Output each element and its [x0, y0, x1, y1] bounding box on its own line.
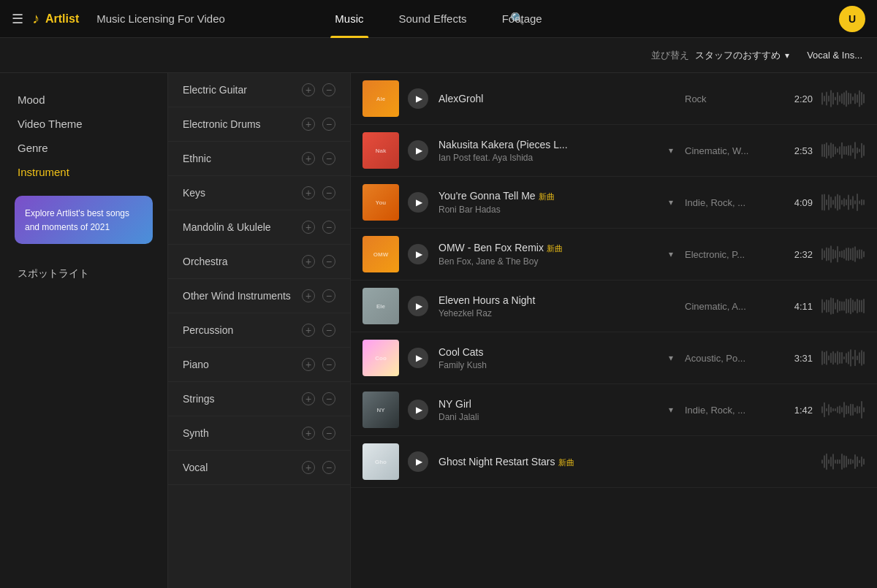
instrument-item[interactable]: Piano + −: [168, 348, 350, 382]
track-item[interactable]: Nak ▶ Nakusita Kakera (Pieces L... Ian P…: [351, 125, 877, 177]
track-info: AlexGrohl: [438, 93, 656, 104]
track-play-button[interactable]: ▶: [408, 400, 428, 420]
instrument-item[interactable]: Mandolin & Ukulele + −: [168, 210, 350, 245]
instrument-item[interactable]: Percussion + −: [168, 313, 350, 348]
track-item[interactable]: You ▶ You're Gonna Tell Me新曲 Roni Bar Ha…: [351, 177, 877, 229]
track-thumbnail: You: [362, 184, 399, 221]
instrument-item[interactable]: Orchestra + −: [168, 245, 350, 279]
track-expand-btn[interactable]: ▾: [669, 145, 673, 156]
track-info: Ghost Night Restart Stars新曲: [438, 456, 656, 468]
track-item[interactable]: Coo ▶ Cool Cats Family Kush ▾ Acoustic, …: [351, 332, 877, 384]
track-item[interactable]: NY ▶ NY Girl Dani Jalali ▾ Indie, Rock, …: [351, 384, 877, 436]
instrument-add-btn[interactable]: +: [302, 186, 315, 199]
instrument-add-btn[interactable]: +: [302, 461, 315, 474]
instrument-add-btn[interactable]: +: [302, 324, 315, 337]
instrument-add-btn[interactable]: +: [302, 358, 315, 371]
svg-rect-139: [863, 407, 865, 412]
sidebar-item-video-theme[interactable]: Video Theme: [18, 112, 150, 136]
track-play-button[interactable]: ▶: [408, 192, 428, 213]
instrument-remove-btn[interactable]: −: [322, 255, 335, 268]
svg-rect-117: [859, 352, 860, 363]
instrument-remove-btn[interactable]: −: [322, 289, 335, 302]
track-expand-btn[interactable]: ▾: [669, 405, 673, 415]
svg-rect-89: [841, 301, 843, 310]
instrument-add-btn[interactable]: +: [302, 289, 315, 302]
instrument-remove-btn[interactable]: −: [322, 461, 335, 474]
svg-rect-54: [852, 196, 854, 209]
track-expand-btn[interactable]: ▾: [669, 353, 673, 363]
instrument-item[interactable]: Other Wind Instruments + −: [168, 279, 350, 313]
instrument-remove-btn[interactable]: −: [322, 392, 335, 405]
instrument-item[interactable]: Synth + −: [168, 416, 350, 451]
svg-rect-110: [843, 356, 845, 359]
track-expand-btn[interactable]: ▾: [669, 249, 673, 259]
instrument-remove-btn[interactable]: −: [322, 152, 335, 165]
svg-rect-90: [843, 301, 845, 310]
nav-sound-effects[interactable]: Sound Effects: [381, 0, 485, 38]
track-artist: Roni Bar Hadas: [438, 205, 657, 215]
track-waveform: [821, 243, 865, 265]
instrument-item[interactable]: Ethnic + −: [168, 142, 350, 176]
nav-footage[interactable]: Footage: [485, 0, 560, 38]
svg-rect-159: [863, 459, 865, 465]
instrument-actions: + −: [302, 392, 335, 405]
track-thumbnail: Gho: [362, 443, 399, 480]
user-avatar-button[interactable]: U: [839, 6, 865, 32]
track-item[interactable]: Gho ▶ Ghost Night Restart Stars新曲: [351, 436, 877, 488]
instrument-remove-btn[interactable]: −: [322, 221, 335, 234]
track-play-button[interactable]: ▶: [408, 348, 428, 368]
instrument-item[interactable]: Electric Guitar + −: [168, 73, 350, 107]
instrument-item[interactable]: Vocal + −: [168, 451, 350, 485]
instrument-add-btn[interactable]: +: [302, 118, 315, 131]
instrument-add-btn[interactable]: +: [302, 255, 315, 268]
promo-banner[interactable]: Explore Artlist's best songs and moments…: [15, 196, 153, 244]
svg-rect-108: [839, 352, 840, 364]
track-item[interactable]: Ele ▶ Eleven Hours a Night Yehezkel Raz …: [351, 280, 877, 332]
track-item[interactable]: Ale ▶ AlexGrohl Rock 2:20: [351, 73, 877, 125]
svg-rect-26: [835, 146, 836, 154]
track-title: NY Girl: [438, 398, 657, 410]
play-icon: ▶: [416, 301, 422, 311]
track-expand-btn[interactable]: ▾: [669, 197, 673, 207]
instrument-actions: + −: [302, 324, 335, 337]
svg-rect-95: [854, 302, 856, 311]
filter-label[interactable]: Vocal & Ins...: [807, 50, 862, 61]
svg-rect-106: [835, 353, 836, 362]
instrument-add-btn[interactable]: +: [302, 427, 315, 440]
sub-header: 並び替え スタッフのおすすめ ▾ Vocal & Ins...: [0, 38, 877, 73]
track-item[interactable]: OMW ▶ OMW - Ben Fox Remix新曲 Ben Fox, Jan…: [351, 229, 877, 280]
sort-value[interactable]: スタッフのおすすめ: [695, 49, 781, 62]
instrument-remove-btn[interactable]: −: [322, 427, 335, 440]
instrument-actions: + −: [302, 289, 335, 302]
track-play-button[interactable]: ▶: [408, 140, 428, 161]
instrument-add-btn[interactable]: +: [302, 152, 315, 165]
instrument-add-btn[interactable]: +: [302, 392, 315, 405]
track-play-button[interactable]: ▶: [408, 88, 428, 109]
sidebar-item-mood[interactable]: Mood: [18, 88, 150, 112]
instrument-remove-btn[interactable]: −: [322, 118, 335, 131]
instrument-item[interactable]: Electronic Drums + −: [168, 107, 350, 142]
track-play-button[interactable]: ▶: [408, 296, 428, 316]
svg-rect-11: [846, 91, 847, 107]
nav-music[interactable]: Music: [317, 0, 381, 38]
svg-rect-112: [848, 351, 849, 364]
instrument-add-btn[interactable]: +: [302, 83, 315, 96]
instrument-item[interactable]: Keys + −: [168, 176, 350, 210]
track-play-button[interactable]: ▶: [408, 451, 428, 472]
instrument-remove-btn[interactable]: −: [322, 83, 335, 96]
instrument-add-btn[interactable]: +: [302, 221, 315, 234]
sort-chevron-icon[interactable]: ▾: [785, 50, 789, 61]
instrument-item[interactable]: Strings + −: [168, 382, 350, 416]
sidebar-item-instrument[interactable]: Instrument: [18, 160, 150, 184]
track-genres: Electronic, P...: [685, 249, 780, 260]
menu-icon[interactable]: ☰: [12, 11, 23, 27]
instrument-name: Mandolin & Ukulele: [183, 221, 271, 233]
instrument-actions: + −: [302, 427, 335, 440]
track-play-button[interactable]: ▶: [408, 244, 428, 264]
instrument-remove-btn[interactable]: −: [322, 186, 335, 199]
sidebar-item-genre[interactable]: Genre: [18, 136, 150, 160]
logo[interactable]: ♪ Artlist: [32, 10, 79, 27]
track-duration: 2:32: [780, 249, 813, 260]
instrument-remove-btn[interactable]: −: [322, 358, 335, 371]
instrument-remove-btn[interactable]: −: [322, 324, 335, 337]
